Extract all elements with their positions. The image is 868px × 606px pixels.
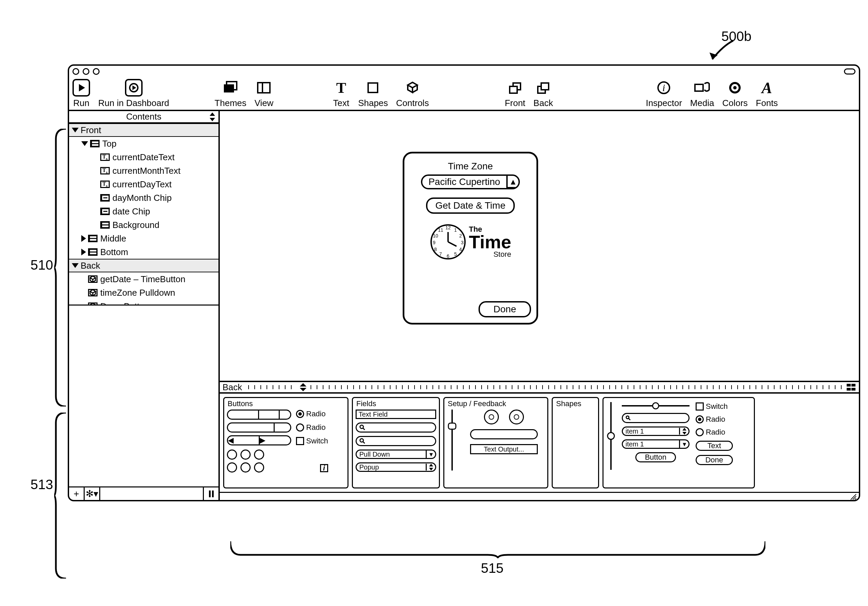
- timezone-popup[interactable]: Pacific Cupertino ▴▾: [421, 174, 520, 189]
- svg-rect-58: [448, 423, 456, 429]
- node-Middle[interactable]: Middle: [69, 232, 219, 245]
- popup[interactable]: Popup: [356, 462, 436, 472]
- circle-button[interactable]: [227, 462, 237, 473]
- shapes-button[interactable]: Shapes: [358, 79, 388, 108]
- media-button[interactable]: Media: [690, 79, 714, 108]
- canvas[interactable]: Time Zone Pacific Cupertino ▴▾ Get Date …: [220, 111, 859, 381]
- leaf-dayMonth Chip[interactable]: dayMonth Chip: [69, 191, 219, 205]
- brace-513: [54, 412, 68, 578]
- text-pill[interactable]: Text: [696, 441, 733, 451]
- segmented-1[interactable]: [227, 409, 291, 420]
- app-window: RunRun in DashboardThemesViewTTextShapes…: [68, 64, 860, 501]
- panel-selector-bar: Back: [220, 381, 859, 394]
- circle-button[interactable]: [240, 449, 251, 460]
- leaf-currentDateText[interactable]: TxcurrentDateText: [69, 150, 219, 164]
- rect-split-icon: [88, 235, 98, 242]
- info-chip[interactable]: i: [320, 464, 328, 473]
- play-circle-icon: [125, 79, 143, 96]
- nav-segmented[interactable]: ◀▶: [227, 435, 291, 445]
- Tx-icon: Tx: [100, 153, 110, 161]
- circle-button[interactable]: [227, 449, 237, 460]
- view-button[interactable]: View: [255, 79, 274, 108]
- circle-button[interactable]: [254, 449, 264, 460]
- segmented-2[interactable]: [227, 422, 291, 432]
- search-field-2[interactable]: [356, 436, 436, 446]
- play-icon: [73, 79, 90, 96]
- leaf-currentMonthText[interactable]: TxcurrentMonthText: [69, 164, 219, 178]
- node-Top[interactable]: Top: [69, 137, 219, 150]
- inspector-button[interactable]: iInspector: [646, 79, 682, 108]
- ruler-right: [310, 385, 843, 389]
- colors-button[interactable]: Colors: [722, 79, 748, 108]
- run-button[interactable]: Run: [73, 79, 90, 108]
- leaf-getDate – TimeButton[interactable]: getDate – TimeButton: [69, 272, 219, 286]
- circle-button[interactable]: [240, 462, 251, 473]
- radio-3[interactable]: Radio: [696, 415, 743, 424]
- brace-510: [54, 129, 68, 406]
- tree-view[interactable]: FrontTopTxcurrentDateTextTxcurrentMonthT…: [69, 123, 219, 305]
- sidebar-pause-icon[interactable]: [203, 487, 219, 500]
- dial-2[interactable]: [509, 409, 524, 425]
- item-pulldown-1[interactable]: item 1▾: [622, 439, 690, 449]
- svg-line-64: [629, 418, 630, 420]
- progress-bar[interactable]: [470, 429, 538, 439]
- svg-point-62: [653, 403, 659, 409]
- search-field-1[interactable]: [356, 422, 436, 432]
- svg-point-60: [608, 432, 614, 439]
- stepper-icon[interactable]: [209, 112, 216, 121]
- rect-split-icon: [88, 248, 98, 256]
- side-stepper[interactable]: [299, 383, 307, 392]
- widget-logo: 1212 345 678 91011 The Time Store: [429, 223, 511, 260]
- item-stepper-1[interactable]: item 1: [622, 426, 690, 436]
- equalizer-icon[interactable]: [846, 383, 856, 391]
- toolbar-toggle-pill[interactable]: [844, 68, 856, 74]
- front-button[interactable]: Front: [505, 79, 525, 108]
- radio-4[interactable]: Radio: [696, 428, 743, 437]
- traffic-lights[interactable]: [73, 68, 99, 75]
- sidebar-header: Contents: [69, 111, 219, 123]
- vertical-slider-2[interactable]: [606, 402, 616, 470]
- horizontal-slider[interactable]: [622, 402, 690, 409]
- section-back[interactable]: Back: [69, 259, 219, 272]
- brace-515: [230, 541, 766, 558]
- leaf-timeZone Pulldown[interactable]: timeZone Pulldown: [69, 286, 219, 299]
- add-button[interactable]: +: [69, 487, 85, 500]
- node-Bottom[interactable]: Bottom: [69, 245, 219, 259]
- gear-menu[interactable]: ✻▾: [85, 487, 100, 500]
- switch-2[interactable]: Switch: [696, 402, 743, 411]
- get-date-time-button[interactable]: Get Date & Time: [426, 197, 515, 214]
- text-button[interactable]: TText: [332, 79, 350, 108]
- text-output[interactable]: Text Output...: [470, 444, 538, 454]
- logo-time: Time: [469, 234, 511, 250]
- back-button[interactable]: Back: [533, 79, 553, 108]
- Tx-icon: Tx: [100, 181, 110, 188]
- close-dot[interactable]: [73, 68, 79, 75]
- leaf-Background[interactable]: Background: [69, 218, 219, 232]
- button-pill[interactable]: Button: [636, 452, 676, 462]
- svg-text:11: 11: [438, 227, 444, 233]
- dial-1[interactable]: [484, 409, 499, 425]
- fonts-button[interactable]: AFonts: [756, 79, 778, 108]
- circle-button[interactable]: [254, 462, 264, 473]
- radio-filled[interactable]: Radio: [296, 409, 328, 418]
- done-pill[interactable]: Done: [696, 455, 733, 465]
- minimize-dot[interactable]: [83, 68, 89, 75]
- vertical-slider[interactable]: [447, 409, 457, 471]
- leaf-currentDayText[interactable]: TxcurrentDayText: [69, 178, 219, 191]
- back-label: Back: [220, 382, 245, 393]
- text-field[interactable]: Text Field: [356, 409, 436, 419]
- run-dashboard-button[interactable]: Run in Dashboard: [98, 79, 169, 108]
- themes-button[interactable]: Themes: [215, 79, 246, 108]
- leaf-date Chip[interactable]: date Chip: [69, 205, 219, 218]
- done-button[interactable]: Done: [479, 301, 531, 318]
- controls-button[interactable]: Controls: [396, 79, 429, 108]
- leaf-Done Button[interactable]: Done Button: [69, 299, 219, 305]
- stepper-icon[interactable]: ▴▾: [506, 176, 519, 188]
- search-pill[interactable]: [622, 413, 690, 423]
- section-front[interactable]: Front: [69, 123, 219, 137]
- pulldown[interactable]: Pull Down▾: [356, 449, 436, 459]
- zoom-dot[interactable]: [93, 68, 99, 75]
- radio-empty[interactable]: Radio: [296, 423, 328, 432]
- resize-grip[interactable]: [220, 492, 859, 500]
- switch-checkbox[interactable]: Switch: [296, 437, 328, 445]
